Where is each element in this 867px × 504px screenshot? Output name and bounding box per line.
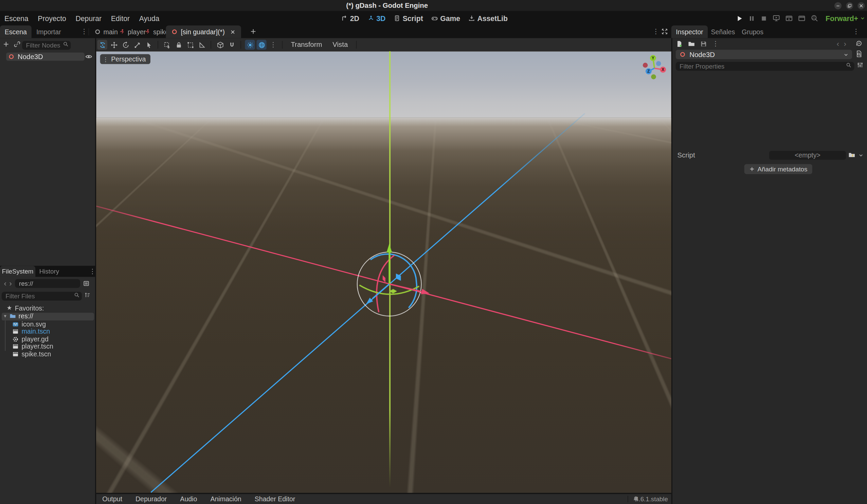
lock-selected-button[interactable]: [173, 40, 183, 50]
group-selected-button[interactable]: [185, 40, 195, 50]
history-forward-icon[interactable]: ›: [844, 40, 847, 48]
tab-importar-dock[interactable]: Importar: [32, 25, 66, 38]
local-space-button[interactable]: [215, 40, 225, 50]
file-player-gd[interactable]: player.gd: [12, 335, 49, 343]
script-options-chevron-icon[interactable]: [858, 152, 864, 158]
axis-ball-neg-z[interactable]: [656, 61, 661, 66]
visibility-eye-icon[interactable]: [85, 53, 92, 60]
gizmo-y-arrow[interactable]: [386, 244, 392, 252]
nav-back-icon[interactable]: ‹: [4, 280, 7, 287]
bottom-tab-shader-editor[interactable]: Shader Editor: [255, 495, 295, 503]
ruler-mode-button[interactable]: [197, 40, 207, 50]
menu-editor[interactable]: Editor: [111, 14, 130, 22]
history-icon[interactable]: [855, 40, 863, 47]
tab-history[interactable]: History: [35, 266, 63, 277]
transform-menu[interactable]: Transform: [291, 41, 322, 48]
gizmo-z-arrow[interactable]: [366, 298, 373, 304]
save-resource-button[interactable]: [700, 40, 707, 47]
preview-menu-icon[interactable]: ⋮: [270, 41, 277, 48]
renderer-selector[interactable]: Forward+: [826, 14, 865, 22]
switcher-assetlib[interactable]: AssetLib: [468, 14, 507, 22]
tool-rotate-button[interactable]: [120, 40, 130, 50]
add-node-button[interactable]: [3, 41, 10, 47]
instance-scene-button[interactable]: [14, 41, 21, 47]
switcher-script[interactable]: Script: [394, 14, 423, 22]
play-button[interactable]: [736, 14, 743, 22]
menu-ayuda[interactable]: Ayuda: [139, 14, 160, 22]
gizmo-y-plane-handle[interactable]: [389, 289, 397, 294]
tab-inspector[interactable]: Inspector: [671, 25, 708, 38]
select-mode-button[interactable]: [162, 40, 172, 50]
new-resource-button[interactable]: [676, 40, 683, 47]
switcher-3d[interactable]: 3D: [367, 14, 385, 22]
inspector-dock-menu-icon[interactable]: ⋮: [853, 28, 859, 35]
transform-gizmo[interactable]: [342, 237, 436, 331]
filesystem-menu-icon[interactable]: ⋮: [89, 267, 96, 275]
close-button[interactable]: [857, 2, 865, 9]
tool-select-button[interactable]: [97, 40, 107, 50]
quick-load-script-icon[interactable]: [848, 151, 855, 158]
scene-dock-menu-icon[interactable]: ⋮: [81, 28, 88, 35]
path-bar[interactable]: res://: [15, 279, 81, 288]
bottom-tab-output[interactable]: Output: [102, 495, 122, 503]
history-back-icon[interactable]: ‹: [836, 40, 839, 48]
nav-forward-icon[interactable]: ›: [9, 280, 12, 287]
preview-sun-button[interactable]: [245, 40, 255, 50]
menu-proyecto[interactable]: Proyecto: [38, 14, 66, 22]
split-view-icon[interactable]: [83, 280, 90, 287]
play-custom-scene-button[interactable]: [798, 14, 806, 22]
tab-escena-dock[interactable]: Escena: [0, 25, 32, 38]
gizmo-z-axis[interactable]: [373, 284, 389, 298]
tab-senales[interactable]: Señales: [708, 25, 738, 38]
scene-tabs-menu-icon[interactable]: ⋮: [652, 28, 659, 35]
close-tab-icon[interactable]: [230, 29, 236, 34]
resource-menu-icon[interactable]: ⋮: [712, 40, 719, 47]
tree-row-root[interactable]: ▾ res://: [2, 313, 94, 320]
axis-ball-neg-x[interactable]: [643, 63, 648, 68]
scene-tab-unsaved[interactable]: [sin guardar](*): [166, 25, 241, 38]
pause-button[interactable]: [748, 14, 755, 22]
stop-button[interactable]: [760, 14, 768, 22]
gizmo-z-plane-handle[interactable]: [396, 274, 401, 281]
tool-list-select-button[interactable]: [144, 40, 153, 50]
bottom-tab-depurador[interactable]: Depurador: [136, 495, 167, 503]
remote-debug-button[interactable]: [773, 14, 780, 22]
viewport-3d[interactable]: ⋮ Perspectiva Y X Z: [96, 51, 671, 493]
filter-properties-input[interactable]: [676, 62, 854, 70]
file-spike-tscn[interactable]: spike.tscn: [12, 350, 51, 358]
gizmo-x-arc[interactable]: [377, 255, 394, 312]
new-scene-tab-button[interactable]: [250, 28, 257, 35]
play-scene-button[interactable]: [785, 14, 793, 22]
open-docs-icon[interactable]: [855, 50, 863, 57]
snap-button[interactable]: [227, 40, 237, 50]
projection-chip[interactable]: ⋮ Perspectiva: [100, 54, 150, 64]
sort-files-icon[interactable]: [84, 292, 91, 299]
tab-grupos[interactable]: Grupos: [738, 25, 767, 38]
load-resource-button[interactable]: [688, 40, 695, 47]
tool-move-button[interactable]: [109, 40, 119, 50]
filter-files-input[interactable]: [2, 292, 82, 301]
movie-maker-button[interactable]: [811, 14, 818, 22]
property-tools-icon[interactable]: [856, 62, 864, 68]
bottom-tab-animacion[interactable]: Animación: [210, 495, 241, 503]
tab-filesystem[interactable]: FileSystem: [0, 266, 35, 277]
menu-escena[interactable]: Escena: [4, 14, 29, 22]
axis-ball-neg-y[interactable]: [651, 74, 656, 79]
menu-depurar[interactable]: Depurar: [76, 14, 101, 22]
file-main-tscn[interactable]: main.tscn: [12, 328, 50, 335]
axis-navigation-gizmo[interactable]: Y X Z: [635, 51, 671, 88]
maximize-button[interactable]: [846, 2, 853, 9]
file-icon-svg[interactable]: icon.svg: [12, 320, 46, 328]
add-metadata-button[interactable]: Añadir metadatos: [745, 164, 812, 174]
file-player-tscn[interactable]: player.tscn: [12, 343, 53, 350]
tool-scale-button[interactable]: [132, 40, 142, 50]
gizmo-y-arc[interactable]: [359, 285, 419, 294]
switcher-game[interactable]: Game: [431, 14, 460, 22]
minimize-button[interactable]: [834, 2, 842, 9]
preview-environment-button[interactable]: [256, 40, 266, 50]
gizmo-x-arrow[interactable]: [421, 289, 430, 294]
bottom-tab-audio[interactable]: Audio: [180, 495, 197, 503]
view-menu[interactable]: Vista: [332, 41, 348, 48]
expand-viewport-icon[interactable]: [661, 28, 668, 35]
node-selector[interactable]: Node3D: [676, 50, 852, 59]
